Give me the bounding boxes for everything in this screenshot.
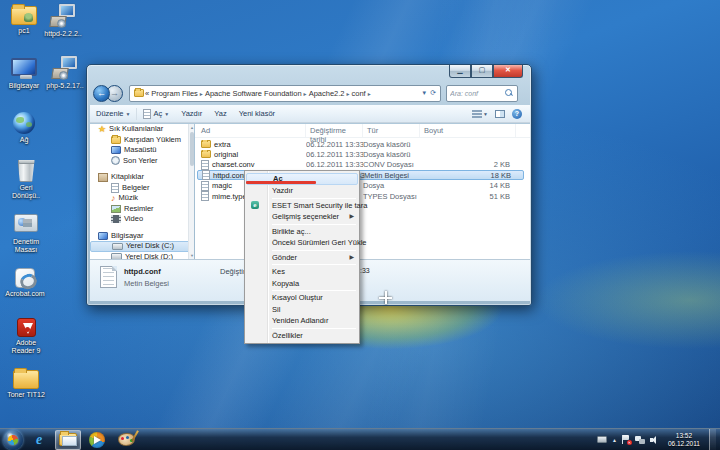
file-row-original[interactable]: original 06.12.2011 13:33 Dosya klasörü bbox=[197, 149, 524, 159]
nav-video[interactable]: Video bbox=[90, 214, 194, 225]
menu-item-open-with[interactable]: Birlikte aç... bbox=[246, 226, 358, 238]
nav-scrollbar[interactable]: ▲ ▼ bbox=[188, 124, 194, 259]
menu-item-print[interactable]: Yazdır bbox=[246, 185, 358, 197]
menu-separator bbox=[272, 224, 356, 225]
refresh-icon[interactable]: ⟳ bbox=[428, 89, 438, 97]
taskbar-media-player[interactable] bbox=[84, 430, 110, 450]
submenu-arrow-icon: ▶ bbox=[349, 211, 354, 223]
new-folder-button[interactable]: Yeni klasör bbox=[233, 109, 281, 118]
folder-icon bbox=[13, 370, 39, 389]
breadcrumb-segment[interactable]: Program Files bbox=[150, 89, 199, 98]
column-type[interactable]: Tür bbox=[363, 124, 420, 137]
menu-item-rename[interactable]: Yeniden Adlandır bbox=[246, 315, 358, 327]
open-button[interactable]: Aç▼ bbox=[137, 109, 175, 119]
desktop-icon-network[interactable]: Ağ bbox=[6, 112, 42, 144]
scroll-up-icon[interactable]: ▲ bbox=[189, 125, 194, 130]
chevron-down-icon: ▼ bbox=[164, 111, 169, 117]
print-button[interactable]: Yazdır bbox=[175, 109, 208, 118]
taskbar-windows-explorer[interactable] bbox=[55, 430, 81, 450]
nav-favorites[interactable]: ★Sık Kullanılanlar bbox=[90, 124, 194, 135]
volume-icon[interactable] bbox=[650, 436, 659, 444]
nav-downloads[interactable]: Karşıdan Yüklem bbox=[90, 135, 194, 146]
explorer-folder-icon bbox=[59, 433, 77, 446]
breadcrumb-segment[interactable]: conf bbox=[351, 89, 367, 98]
desktop-icon-adobe-reader[interactable]: Adobe Reader 9 bbox=[4, 318, 48, 355]
column-size[interactable]: Boyut bbox=[420, 124, 516, 137]
desktop-icon-pc1[interactable]: pc1 bbox=[6, 6, 42, 35]
breadcrumb-segment[interactable]: Apache Software Foundation bbox=[204, 89, 303, 98]
menu-item-properties[interactable]: Özellikler bbox=[246, 330, 358, 342]
address-dropdown-icon[interactable]: ▾ bbox=[421, 89, 429, 97]
back-button[interactable]: ← bbox=[93, 85, 110, 102]
views-button[interactable]: ▼ bbox=[472, 110, 488, 118]
open-file-icon bbox=[143, 109, 151, 119]
file-row-charset-conv[interactable]: charset.conv 06.12.2011 13:33 CONV Dosya… bbox=[197, 160, 524, 170]
menu-item-advanced-options[interactable]: Gelişmiş seçenekler▶ bbox=[246, 211, 358, 223]
help-button[interactable]: ? bbox=[512, 109, 522, 119]
desktop-icon-acrobat[interactable]: Acrobat.com bbox=[2, 268, 48, 298]
command-bar: Düzenle▼ Aç▼ Yazdır Yaz Yeni klasör ▼ ? bbox=[90, 105, 530, 123]
menu-item-copy[interactable]: Kopyala bbox=[246, 278, 358, 290]
preview-pane-button[interactable] bbox=[495, 110, 505, 118]
action-center-icon[interactable]: ✕ bbox=[622, 435, 630, 444]
close-button[interactable]: ✕ bbox=[493, 65, 523, 78]
desktop-icon-php-installer[interactable]: php-5.2.17.. bbox=[44, 56, 86, 90]
desktop-icon-label: httpd-2.2.2.. bbox=[42, 30, 84, 38]
taskbar-internet-explorer[interactable]: e bbox=[26, 430, 52, 450]
search-box[interactable] bbox=[446, 85, 518, 102]
show-desktop-button[interactable] bbox=[709, 429, 716, 450]
network-status-icon[interactable] bbox=[635, 436, 645, 444]
nav-pictures[interactable]: Resimler bbox=[90, 204, 194, 215]
desktop-icon-computer[interactable]: Bilgisayar bbox=[2, 58, 46, 90]
recent-places-icon bbox=[111, 156, 120, 165]
hidden-icons-arrow[interactable]: ▲ bbox=[612, 437, 617, 443]
taskbar-clock[interactable]: 13:52 06.12.2011 bbox=[664, 432, 704, 448]
acrobat-icon bbox=[15, 268, 35, 288]
scroll-down-icon[interactable]: ▼ bbox=[189, 253, 194, 258]
breadcrumb[interactable]: « Program Files▸ Apache Software Foundat… bbox=[129, 85, 441, 102]
nav-computer[interactable]: Bilgisayar bbox=[90, 231, 194, 242]
pictures-icon bbox=[111, 205, 121, 213]
menu-item-eset-scan[interactable]: eESET Smart Security ile tara bbox=[246, 200, 358, 212]
nav-recent-places[interactable]: Son Yerler bbox=[90, 156, 194, 167]
menu-item-create-shortcut[interactable]: Kısayol Oluştur bbox=[246, 292, 358, 304]
menu-item-send-to[interactable]: Gönder▶ bbox=[246, 252, 358, 264]
start-button[interactable] bbox=[3, 430, 23, 450]
breadcrumb-segment[interactable]: Apache2.2 bbox=[308, 89, 346, 98]
nav-desktop[interactable]: Masaüstü bbox=[90, 145, 194, 156]
desktop-icon-httpd-installer[interactable]: httpd-2.2.2.. bbox=[42, 4, 84, 38]
nav-local-disk-d[interactable]: Yerel Disk (D:) bbox=[90, 252, 194, 260]
taskbar-paint[interactable] bbox=[113, 430, 139, 450]
system-tray: ▲ ✕ 13:52 06.12.2011 bbox=[597, 429, 720, 450]
file-row-extra[interactable]: extra 06.12.2011 13:33 Dosya klasörü bbox=[197, 139, 524, 149]
views-icon bbox=[472, 110, 482, 118]
column-name[interactable]: Ad bbox=[195, 124, 306, 137]
network-icon bbox=[13, 112, 35, 134]
nav-documents[interactable]: Belgeler bbox=[90, 183, 194, 194]
minimize-button[interactable]: ▁ bbox=[449, 65, 471, 78]
organize-button[interactable]: Düzenle▼ bbox=[90, 109, 136, 118]
column-date-modified[interactable]: Değiştirme tarihi bbox=[306, 124, 363, 137]
input-device-icon[interactable] bbox=[597, 436, 607, 443]
file-icon bbox=[201, 191, 209, 201]
search-input[interactable] bbox=[447, 90, 505, 97]
computer-icon bbox=[98, 232, 108, 240]
maximize-button[interactable]: ▢ bbox=[471, 65, 493, 78]
desktop-icon-control-panel[interactable]: Denetim Masası bbox=[4, 214, 48, 254]
nav-local-disk-c[interactable]: Yerel Disk (C:) bbox=[90, 241, 194, 252]
nav-music[interactable]: ♪Müzik bbox=[90, 193, 194, 204]
menu-item-restore-previous[interactable]: Önceki Sürümleri Geri Yükle bbox=[246, 237, 358, 249]
desktop-icon-recycle-bin[interactable]: Geri Dönüşü.. bbox=[6, 160, 46, 200]
installer-icon bbox=[52, 56, 78, 80]
menu-item-cut[interactable]: Kes bbox=[246, 266, 358, 278]
desktop-icon-toner-folder[interactable]: Toner TIT12 bbox=[4, 370, 48, 399]
burn-button[interactable]: Yaz bbox=[208, 109, 232, 118]
libraries-icon bbox=[98, 173, 108, 182]
menu-item-delete[interactable]: Sil bbox=[246, 304, 358, 316]
shared-folder-icon bbox=[11, 6, 37, 25]
nav-libraries[interactable]: Kitaplıklar bbox=[90, 172, 194, 183]
scrollbar-thumb[interactable] bbox=[190, 132, 194, 166]
desktop-icon-label: Acrobat.com bbox=[2, 290, 48, 298]
breadcrumb-folder-icon bbox=[134, 89, 144, 97]
desktop-icon-label: Toner TIT12 bbox=[4, 391, 48, 399]
